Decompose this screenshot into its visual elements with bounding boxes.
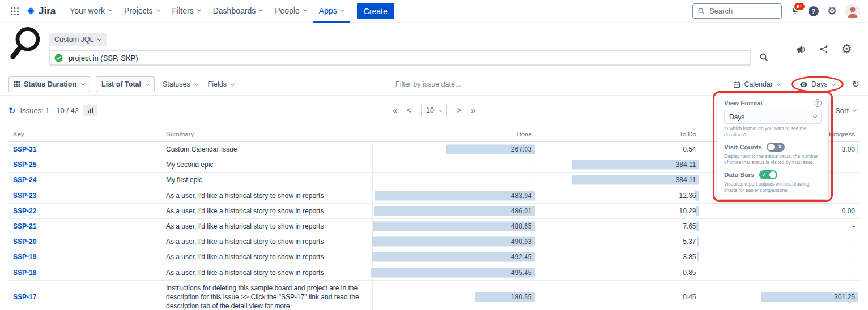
issue-key-cell: SSP-22 [8,203,161,218]
issue-key-cell: SSP-25 [8,157,161,173]
jira-logo[interactable]: Jira [26,6,56,17]
topnav-item-filters[interactable]: Filters [166,0,207,23]
in-progress-cell: 0.00 [701,203,860,218]
help-icon[interactable]: ? [809,6,819,16]
chevron-down-icon [194,81,198,85]
issue-summary-cell: As a user, I'd like a historical story t… [161,249,372,265]
column-header-key[interactable]: Key [8,127,161,142]
report-type-button[interactable]: Status Duration [8,76,90,92]
data-bar [374,206,534,216]
settings-gear-icon[interactable]: ⚙ [827,6,837,16]
eye-icon [799,81,808,88]
issue-summary-cell: Instructions for deleting this sample bo… [161,280,372,310]
jql-input[interactable] [67,53,746,63]
notifications-bell-icon[interactable]: 9+ [790,6,800,16]
jql-mode-button[interactable]: Custom JQL [49,33,107,46]
in-progress-cell: 301.25 [701,280,860,310]
issue-summary-cell: As a user, I'd like a historical story t… [161,234,372,249]
days-view-button[interactable]: Days [797,80,837,88]
done-cell: 495.45 [372,265,537,280]
column-header-done[interactable]: Done [372,127,537,142]
last-page-button[interactable]: » [471,106,475,115]
next-page-button[interactable]: > [457,106,461,115]
share-icon[interactable] [819,45,828,54]
visit-counts-toggle[interactable]: × [767,143,785,152]
issue-key-link[interactable]: SSP-20 [13,238,36,246]
table-row: SSP-17Instructions for deleting this sam… [8,280,860,310]
announcement-icon[interactable] [796,45,807,54]
search-icon [697,7,705,15]
issue-key-link[interactable]: SSP-17 [13,293,36,301]
report-settings-gear-icon[interactable]: ⚙ [841,43,852,55]
table-row: SSP-18As a user, I'd like a historical s… [8,265,860,280]
done-cell: - [372,173,537,188]
issue-key-link[interactable]: SSP-31 [13,145,36,153]
data-bar [857,145,858,154]
issue-key-cell: SSP-23 [8,188,161,203]
person-icon [845,4,860,19]
data-bar [373,222,534,231]
column-header-summary[interactable]: Summary [161,127,372,142]
in-progress-cell: - [701,234,860,249]
issue-summary-cell: Custom Calendar Issue [161,141,372,157]
statuses-button[interactable]: Statuses [160,80,200,88]
first-page-button[interactable]: « [393,106,397,115]
chevron-down-icon [231,81,235,85]
issue-key-cell: SSP-19 [8,249,161,265]
data-bars-toggle[interactable]: ✓ [759,170,777,179]
topnav-item-your-work[interactable]: Your work [63,0,118,23]
data-bar [697,237,699,247]
chevron-down-icon [439,107,442,111]
query-section: Custom JQL [0,23,868,76]
issue-summary-cell: As a user, I'd like a historical story t… [161,218,372,234]
visit-counts-label: Visit Counts [724,144,762,150]
todo-cell: 7.65 [537,218,701,234]
topnav-item-apps[interactable]: Apps [313,0,350,23]
table-row: SSP-22As a user, I'd like a historical s… [8,203,860,218]
issue-key-link[interactable]: SSP-23 [13,192,36,200]
calendar-button[interactable]: Calendar [731,80,782,88]
user-avatar[interactable] [845,4,860,19]
create-button[interactable]: Create [357,3,394,19]
issues-count: Issues: 1 - 10 / 42 [20,106,79,115]
issue-key-link[interactable]: SSP-25 [13,161,36,169]
data-bars-help-text: Visualize report outputs without drawing… [724,181,822,193]
issue-key-link[interactable]: SSP-22 [13,207,36,215]
issue-key-link[interactable]: SSP-21 [13,222,36,230]
chevron-down-icon [777,81,781,85]
todo-cell: 5.37 [537,234,701,249]
done-cell: 267.03 [372,141,537,157]
todo-cell: 0.54 [537,141,701,157]
chevron-down-icon [853,107,857,111]
issue-date-filter-input[interactable] [394,80,474,89]
topnav-item-projects[interactable]: Projects [118,0,166,23]
sync-icon[interactable]: ↻ [8,106,16,115]
topnav-item-people[interactable]: People [269,0,313,23]
page-size-select[interactable]: 10 [421,104,447,117]
issue-key-cell: SSP-24 [8,173,161,188]
jql-input-box[interactable] [49,50,751,66]
jql-search-icon[interactable] [759,53,768,62]
global-search[interactable] [692,3,782,19]
toggle-knob [769,171,776,178]
help-icon[interactable]: ? [814,99,822,107]
global-search-input[interactable] [708,6,773,16]
format-select[interactable]: Days [724,110,822,124]
app-switcher-icon[interactable] [8,5,22,18]
todo-cell: 12.36 [537,188,701,203]
chart-view-button[interactable] [83,105,97,116]
sort-button[interactable]: Sort [832,106,860,115]
fields-button[interactable]: Fields [206,80,236,88]
refresh-icon[interactable]: ↻ [852,80,860,89]
done-cell: 488.65 [372,218,537,234]
chevron-down-icon [146,81,150,85]
prev-page-button[interactable]: < [407,106,411,115]
jira-app: Jira Your workProjectsFiltersDashboardsP… [0,0,868,310]
topnav-item-dashboards[interactable]: Dashboards [207,0,269,23]
issue-key-link[interactable]: SSP-18 [13,269,36,277]
view-type-button[interactable]: List of Total [96,76,155,92]
column-header-todo[interactable]: To Do [537,127,701,142]
issue-key-link[interactable]: SSP-19 [13,253,36,261]
issue-key-link[interactable]: SSP-24 [13,176,36,184]
chevron-down-icon [97,37,101,41]
